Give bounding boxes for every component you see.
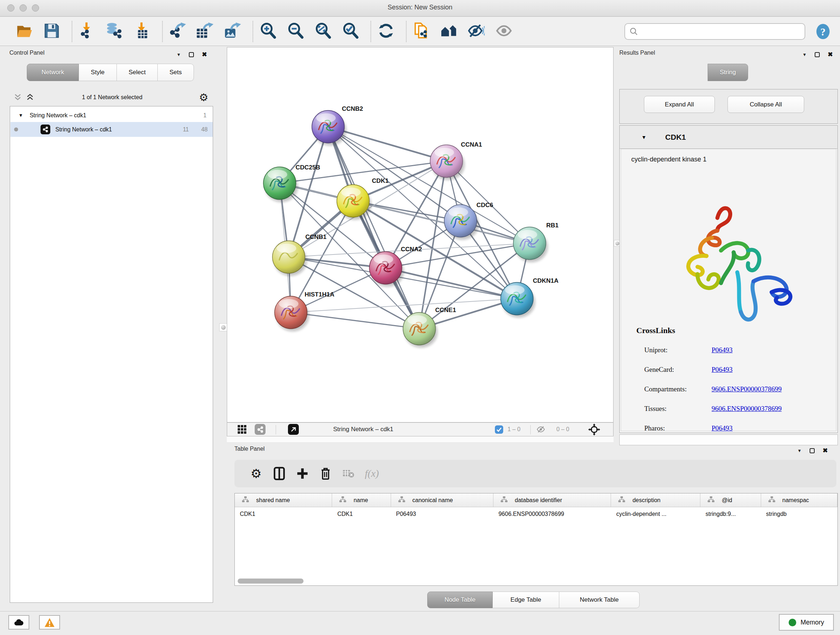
export-network-button[interactable] xyxy=(168,22,187,41)
string-view-icon[interactable] xyxy=(255,423,265,436)
table-cell[interactable]: CDK1 xyxy=(332,507,391,521)
save-session-button[interactable] xyxy=(42,22,62,41)
hidden-eye-icon[interactable] xyxy=(536,423,546,436)
tab-style[interactable]: Style xyxy=(79,64,117,81)
network-edge-CCNB2-CCNE1[interactable] xyxy=(328,127,419,329)
open-session-button[interactable] xyxy=(14,22,34,41)
zoom-out-button[interactable] xyxy=(286,22,305,41)
column-header--id[interactable]: @id xyxy=(700,494,761,507)
selected-checkbox-icon[interactable] xyxy=(495,423,503,436)
show-all-button[interactable] xyxy=(494,22,514,41)
expand-all-button[interactable]: Expand All xyxy=(644,96,715,113)
left-splitter-grip[interactable] xyxy=(219,323,227,331)
tab-string[interactable]: String xyxy=(707,64,748,81)
grid-view-icon[interactable] xyxy=(237,423,247,436)
panel-float-icon[interactable] xyxy=(189,52,194,57)
tab-sets[interactable]: Sets xyxy=(158,64,194,81)
panel-close-icon[interactable]: ✖ xyxy=(202,51,207,57)
import-network-file-button[interactable] xyxy=(77,22,97,41)
network-node-CCNB2[interactable]: CCNB2 xyxy=(312,105,363,146)
apply-preferred-layout-button[interactable] xyxy=(376,22,396,41)
zoom-fit-button[interactable] xyxy=(313,22,333,41)
network-view-toolbar: String Network – cdk1 1 – 0 0 – 0 xyxy=(227,423,614,436)
column-header-description[interactable]: description xyxy=(611,494,700,507)
first-neighbors-button[interactable] xyxy=(439,22,459,41)
memory-button[interactable]: Memory xyxy=(779,614,834,631)
panel-menu-icon[interactable]: ▼ xyxy=(797,448,802,453)
tab-network[interactable]: Network xyxy=(27,64,79,81)
show-columns-icon[interactable] xyxy=(268,465,291,482)
cloud-button[interactable] xyxy=(8,615,29,630)
table-cell[interactable]: stringdb:9... xyxy=(700,507,761,521)
crosslink-link[interactable]: P06493 xyxy=(712,366,733,374)
help-button[interactable]: ? xyxy=(815,23,831,40)
network-edge-CCNB2-RB1[interactable] xyxy=(328,127,530,243)
network-collection-row[interactable]: ▼ String Network – cdk1 1 xyxy=(11,109,212,122)
search-input[interactable] xyxy=(624,23,805,40)
column-header-database-identifier[interactable]: database identifier xyxy=(493,494,611,507)
export-image-button[interactable] xyxy=(223,22,242,41)
crosslink-link[interactable]: P06493 xyxy=(712,346,733,354)
table-cell[interactable]: P06493 xyxy=(391,507,493,521)
clear-table-icon[interactable] xyxy=(337,465,360,482)
column-header-namespac[interactable]: namespac xyxy=(761,494,837,507)
network-edge-HIST1H1A-CCNE1[interactable] xyxy=(291,312,419,329)
network-node-CDC6[interactable]: CDC6 xyxy=(444,202,493,240)
table-cell[interactable]: CDK1 xyxy=(235,507,332,521)
add-column-icon[interactable] xyxy=(291,465,314,482)
zoom-fit-icon xyxy=(315,22,332,41)
table-settings-gear-icon[interactable]: ⚙ xyxy=(245,465,268,482)
horizontal-splitter[interactable] xyxy=(227,436,614,443)
import-network-database-button[interactable] xyxy=(105,22,125,41)
warnings-button[interactable] xyxy=(39,615,60,630)
column-header-shared-name[interactable]: shared name xyxy=(235,494,332,507)
panel-close-icon[interactable]: ✖ xyxy=(828,51,833,57)
network-node-CCNA1[interactable]: CCNA1 xyxy=(430,141,482,180)
table-row[interactable]: CDK1CDK1P064939606.ENSP00000378699cyclin… xyxy=(235,507,837,521)
tab-network-table[interactable]: Network Table xyxy=(559,592,639,608)
collapse-all-button[interactable]: Collapse All xyxy=(728,96,804,113)
network-node-CDK1[interactable]: CDK1 xyxy=(337,177,388,220)
network-options-gear-icon[interactable]: ⚙ xyxy=(199,91,208,103)
expand-all-networks-icon[interactable] xyxy=(14,93,22,102)
collection-expand-icon[interactable]: ▼ xyxy=(19,112,23,118)
protein-section-header[interactable]: ▼ CDK1 xyxy=(620,126,837,149)
import-table-file-button[interactable] xyxy=(133,22,152,41)
open-in-window-icon[interactable] xyxy=(288,423,299,436)
table-cell[interactable]: 9606.ENSP00000378699 xyxy=(493,507,611,521)
column-header-canonical-name[interactable]: canonical name xyxy=(391,494,493,507)
export-table-button[interactable] xyxy=(195,22,215,41)
table-cell[interactable]: stringdb xyxy=(761,507,837,521)
section-collapse-icon[interactable]: ▼ xyxy=(641,134,646,140)
horizontal-scrollbar-thumb[interactable] xyxy=(238,578,303,584)
tab-edge-table[interactable]: Edge Table xyxy=(493,592,559,608)
network-node-CCNB1[interactable]: CCNB1 xyxy=(272,233,327,276)
panel-close-icon[interactable]: ✖ xyxy=(823,448,828,454)
column-header-name[interactable]: name xyxy=(332,494,391,507)
results-panel-scroll-strip[interactable] xyxy=(619,434,838,445)
network-node-HIST1H1A[interactable]: HIST1H1A xyxy=(275,291,334,331)
tab-select[interactable]: Select xyxy=(117,64,158,81)
network-canvas[interactable]: CCNB2CCNA1CDC25BCDK1CDC6RB1CCNB1CCNA2CDK… xyxy=(227,47,614,423)
hide-selected-button[interactable] xyxy=(467,22,486,41)
zoom-in-button[interactable] xyxy=(258,22,278,41)
table-cell[interactable]: cyclin-dependent ... xyxy=(611,507,700,521)
crosslink-link[interactable]: P06493 xyxy=(712,424,733,432)
collapse-all-networks-icon[interactable] xyxy=(26,93,34,102)
crosslink-link[interactable]: 9606.ENSP00000378699 xyxy=(712,385,782,393)
panel-menu-icon[interactable]: ▼ xyxy=(802,52,807,57)
panel-menu-icon[interactable]: ▼ xyxy=(177,52,181,57)
tab-node-table[interactable]: Node Table xyxy=(427,592,493,608)
network-node-RB1[interactable]: RB1 xyxy=(513,222,559,262)
node-label: CCNB1 xyxy=(305,233,327,241)
crosslink-link[interactable]: 9606.ENSP00000378699 xyxy=(712,405,782,413)
panel-float-icon[interactable] xyxy=(815,52,820,57)
crosshair-icon[interactable] xyxy=(588,423,600,436)
function-builder-icon[interactable]: f(x) xyxy=(360,465,384,482)
delete-column-trash-icon[interactable] xyxy=(314,465,337,482)
memory-status-dot xyxy=(789,619,796,626)
zoom-selected-button[interactable] xyxy=(341,22,360,41)
duplicate-network-button[interactable] xyxy=(412,22,431,41)
network-row-selected[interactable]: String Network – cdk1 11 48 xyxy=(11,122,213,137)
panel-float-icon[interactable] xyxy=(810,448,815,453)
